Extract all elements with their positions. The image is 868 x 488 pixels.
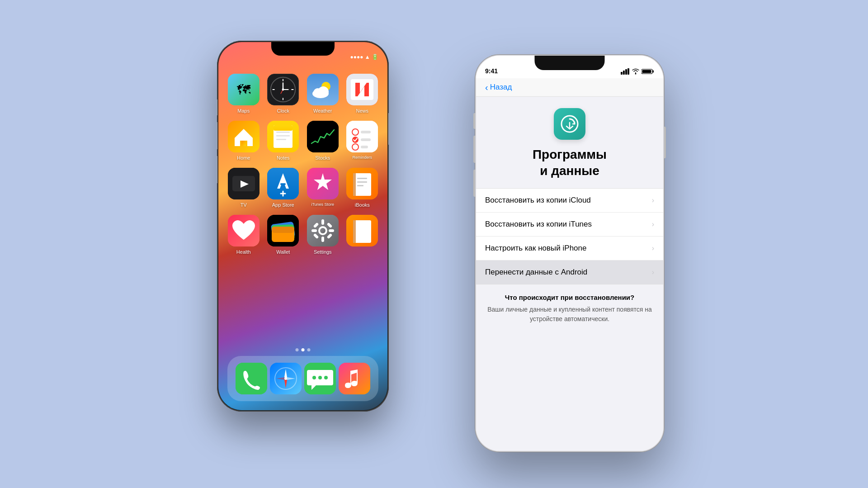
svg-rect-39 [280,183,286,185]
svg-point-70 [284,377,287,380]
nav-bar: ‹ Назад [476,78,663,97]
info-section: Что происходит при восстановлении? Ваши … [476,284,663,324]
svg-rect-25 [276,135,290,137]
svg-point-55 [320,228,326,233]
app-ibooks[interactable]: iBooks [346,168,379,208]
svg-rect-76 [621,72,623,75]
app-news[interactable]: News [346,74,379,114]
settings-label: Settings [314,249,332,255]
front-notch [535,56,605,70]
clock-label: Clock [277,108,289,114]
svg-rect-66 [353,220,356,243]
menu-chevron-itunes: › [652,220,654,228]
appstore-label: App Store [272,202,294,208]
iphone-front: 9:41 [475,54,665,452]
svg-point-12 [282,88,284,90]
screen-title: Программы и данные [533,147,607,180]
app-tv[interactable]: TV [227,168,260,208]
svg-point-72 [312,376,316,379]
dock-messages[interactable] [304,363,336,394]
app-reminders[interactable]: Reminders [346,121,379,161]
back-label: Назад [490,83,512,92]
dock-music[interactable] [339,363,370,394]
app-grid: 🗺 Maps [218,69,387,259]
home-icon [228,121,259,152]
app-wallet[interactable]: Wallet [267,215,300,255]
menu-item-icloud-text: Восстановить из копии iCloud [485,196,591,205]
itunes-icon [307,168,339,199]
appstore-icon [267,168,299,199]
menu-item-new-iphone[interactable]: Настроить как новый iPhone › [476,237,663,261]
menu-item-android[interactable]: Перенести данные с Android › [476,261,663,284]
itunes-label: iTunes Store [311,202,334,207]
ibooks-icon [346,168,378,199]
status-time-front: 9:41 [485,64,498,75]
notch [271,42,335,56]
weather-icon [307,74,339,105]
back-button[interactable]: ‹ Назад [485,83,512,92]
settings-screen: 9:41 [476,56,663,451]
menu-item-itunes[interactable]: Восстановить из копии iTunes › [476,213,663,237]
page-dots [296,348,311,351]
menu-item-android-text: Перенести данные с Android [485,268,587,277]
status-icons-back: ●●●● ▲ 🔋 [350,54,378,60]
svg-point-17 [318,86,329,97]
app-weather[interactable]: Weather [307,74,339,114]
app-clock[interactable]: Clock [267,74,300,114]
app-header: Программы и данные [476,97,663,189]
restore-app-icon [554,108,585,140]
svg-rect-27 [274,125,292,131]
svg-rect-44 [357,178,367,179]
svg-rect-33 [361,138,371,141]
app-health[interactable]: Health [227,215,260,255]
dock [227,356,378,401]
menu-item-itunes-text: Восстановить из копии iTunes [485,220,592,229]
menu-chevron-icloud: › [652,196,654,204]
app-settings[interactable]: Settings [307,215,339,255]
page-dot-2 [302,348,305,351]
settings-icon [307,215,339,246]
news-label: News [356,108,368,114]
phone-dock-icon [236,363,267,394]
app-stocks[interactable]: Stocks [307,121,339,161]
app-appstore[interactable]: App Store [267,168,300,208]
svg-rect-77 [623,71,625,75]
info-title: Что происходит при восстановлении? [485,294,654,301]
weather-label: Weather [313,108,332,114]
iphone-back: ●●●● ▲ 🔋 🗺 Maps [217,41,389,412]
svg-rect-31 [361,131,371,133]
notes-label: Notes [277,155,290,161]
svg-rect-45 [357,181,367,183]
svg-rect-28 [307,121,339,152]
home-label: Home [237,155,250,161]
clock-icon [267,74,299,105]
wifi-icon [632,68,639,75]
reminders-label: Reminders [352,155,372,160]
music-dock-icon [339,363,370,394]
maps-icon: 🗺 [228,74,259,105]
app-home[interactable]: Home [227,121,260,161]
dock-safari[interactable] [270,363,302,394]
reminders-icon [346,121,378,152]
health-label: Health [236,249,251,255]
svg-rect-21 [241,141,246,146]
status-icons-front [621,65,654,75]
dock-phone[interactable] [236,363,267,394]
menu-item-icloud[interactable]: Восстановить из копии iCloud › [476,189,663,213]
tv-label: TV [241,202,247,208]
app-itunes[interactable]: iTunes Store [307,168,339,208]
svg-point-74 [324,376,328,379]
svg-point-73 [318,376,322,379]
messages-dock-icon [304,363,336,394]
signal-icon [621,68,630,75]
svg-rect-79 [627,68,629,75]
app-notes[interactable]: Notes [267,121,300,161]
menu-chevron-new-iphone: › [652,244,654,252]
app-extra[interactable] [346,215,379,255]
app-maps[interactable]: 🗺 Maps [227,74,260,114]
svg-rect-35 [361,146,368,148]
menu-item-new-iphone-text: Настроить как новый iPhone [485,244,586,253]
info-text: Ваши личные данные и купленный контент п… [485,305,654,324]
stocks-label: Stocks [315,155,330,161]
stocks-icon [307,121,339,152]
